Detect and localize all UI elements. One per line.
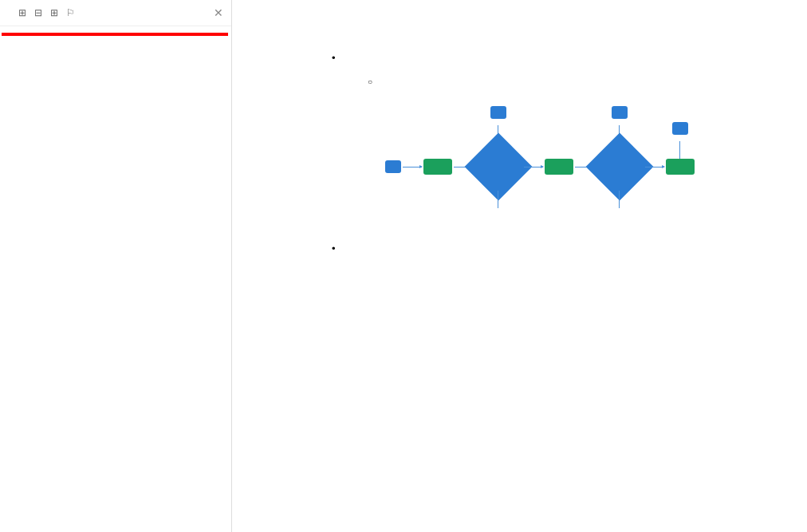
toolbar-icons: ⊞ ⊟ ⊞ ⚐ (14, 5, 78, 21)
sidebar-header: ⊞ ⊟ ⊞ ⚐ ✕ (0, 0, 231, 26)
expand-icon[interactable]: ⊞ (14, 5, 30, 21)
flow-network (666, 159, 695, 175)
flow-show-3 (672, 122, 688, 135)
close-icon[interactable]: ✕ (214, 6, 223, 19)
answer-label (332, 52, 783, 64)
flowchart (296, 115, 783, 219)
add-bookmark-icon[interactable]: ⊞ (46, 5, 62, 21)
bookmark-flag-icon[interactable]: ⚐ (62, 5, 78, 21)
collapse-icon[interactable]: ⊟ (30, 5, 46, 21)
bookmark-tree (0, 26, 231, 532)
flow-show-1 (490, 106, 506, 119)
sub-answer (368, 75, 783, 87)
highlight-region (2, 33, 228, 36)
flow-show-2 (612, 106, 628, 119)
answer-label-2 (332, 242, 783, 254)
document-content (232, 0, 807, 532)
flow-load (385, 160, 401, 173)
flow-memory (423, 159, 452, 175)
bookmarks-sidebar: ⊞ ⊟ ⊞ ⚐ ✕ (0, 0, 232, 532)
flow-file (545, 159, 573, 175)
